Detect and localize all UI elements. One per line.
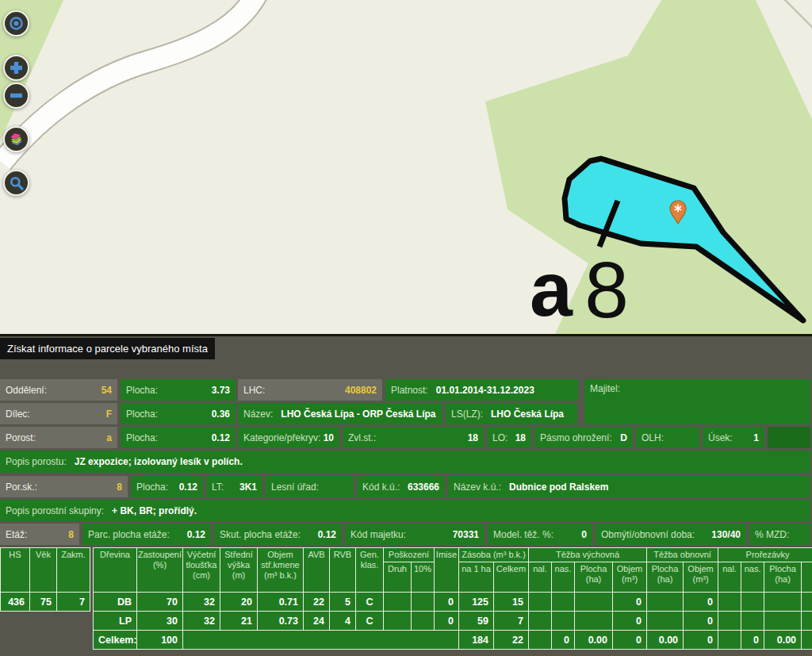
cell-objem-kmene: 0.73 [258, 612, 304, 631]
forestry-table: Dřevina Zastoupení (%) Výčetní tloušťka … [93, 547, 812, 650]
cell-zakm: 7 [57, 593, 90, 612]
colgroup-prorezavky: Prořezávky [718, 548, 812, 562]
col-nal-pror: nal. [718, 562, 741, 593]
cell-merged [183, 631, 459, 650]
col-objem-kmene: Objem stř.kmene (m³ b.k.) [258, 548, 304, 593]
parcel-info-panel: Získat informace o parcele vybraného mís… [0, 334, 812, 656]
field-por-sk: Por.sk.:8 [0, 476, 128, 497]
col-plocha-vych: Plocha (ha) [575, 562, 613, 593]
cell-objem-kmene: 0.71 [258, 593, 304, 612]
field-porost: Porost:a [0, 427, 117, 448]
cell-rvb: 5 [330, 593, 356, 612]
cell-na-1-ha-total: 184 [459, 631, 494, 650]
cell-nas-vych [552, 593, 575, 612]
col-gen-klas: Gen. klas. [356, 548, 384, 593]
layers-button[interactable] [3, 126, 29, 152]
field-obmyti: Obmýtí/obnovní doba:130/40 [596, 524, 746, 545]
col-nal-vych: nal. [529, 562, 552, 593]
field-olh: OLH: [636, 427, 699, 448]
field-lt: LT:3K1 [206, 476, 262, 497]
col-plocha-obn: Plocha (ha) [647, 562, 684, 593]
cell-zastoupeni: 70 [137, 593, 183, 612]
field-lhc: LHC:408802 [238, 379, 382, 401]
col-vycetni-tloustka: Výčetní tloušťka (cm) [183, 548, 220, 593]
cell-nas-pror [741, 612, 764, 631]
info-row-popis-porostu: Popis porostu:JZ expozice; izolovaný les… [0, 451, 812, 473]
col-avb: AVB [304, 548, 330, 593]
cell-plocha-obn [647, 593, 684, 612]
locate-button[interactable] [3, 10, 29, 36]
colgroup-zasoba: Zásoba (m³ b.k.) [459, 548, 529, 562]
cell-nal-vych [529, 612, 552, 631]
cell-stredni: 20 [220, 593, 258, 612]
stand-summary-table: HS Věk Zakm. 436 75 7 [0, 547, 90, 612]
col-objem-vych: Objem (m³) [613, 562, 647, 593]
cell-nas-vych [552, 612, 575, 631]
field-lo: LO:18 [487, 427, 531, 448]
info-row-popis-skupiny: Popis porostní skupiny:+ BK, BR; prořídl… [0, 500, 812, 521]
cell-avb: 24 [304, 612, 330, 631]
col-objem-obn: Objem (m³) [684, 562, 718, 593]
app-window: a 8 [0, 0, 812, 656]
cell-stredni: 21 [220, 612, 258, 631]
field-nazev-ku: Název k.ú.:Dubnice pod Ralskem [448, 476, 810, 497]
cell-gen-klas: C [356, 593, 384, 612]
col-imise: Imise [435, 548, 459, 593]
field-etaz: Etáž:8 [0, 524, 79, 545]
cell-na-1-ha: 59 [459, 612, 494, 631]
field-plocha-oddeleni: Plocha:3.73 [121, 379, 236, 401]
field-plocha-por-sk: Plocha:0.12 [131, 476, 203, 497]
cell-objem-vych-total: 0 [613, 631, 647, 650]
info-row-porost: Porost:a Plocha:0.12 Kategorie/překryv:1… [0, 427, 812, 448]
cell-plocha-vych-total: 0.00 [575, 631, 613, 650]
cell-nas-pror [741, 593, 764, 612]
field-plocha-dilec: Plocha:0.36 [121, 403, 236, 424]
field-kod-majetku: Kód majetku:70331 [345, 524, 485, 545]
cell-gen-klas: C [356, 612, 384, 631]
colgroup-tezba-obnovni: Těžba obnovní [647, 548, 718, 562]
field-kod-ku: Kód k.ú.:633666 [357, 476, 445, 497]
layers-icon [7, 130, 25, 148]
col-hs: HS [1, 548, 30, 593]
col-druh: Druh [384, 562, 412, 593]
search-button[interactable] [3, 170, 29, 196]
field-skut-plocha-etaze: Skut. plocha etáže:0.12 [214, 524, 342, 545]
cell-drevina: LP [94, 612, 137, 631]
cell-plocha-vych [575, 593, 613, 612]
field-oddeleni: Oddělení:54 [0, 379, 117, 401]
cell-plocha-vych [575, 612, 613, 631]
zoom-out-button[interactable] [3, 82, 29, 109]
col-stredni-vyska: Střední výška (m) [220, 548, 258, 593]
cell-total-label: Celkem: [94, 631, 137, 650]
zoom-in-button[interactable] [3, 55, 29, 81]
cell-vek: 75 [30, 593, 57, 612]
cell-objem-vych: 0 [613, 593, 647, 612]
search-icon [9, 175, 25, 191]
cell-celkem: 15 [494, 593, 529, 612]
parcel-label-letter: a [530, 246, 573, 332]
field-lesni-urad: Lesní úřad: [266, 476, 354, 497]
col-drevina: Dřevina [94, 548, 137, 593]
info-banner: Získat informace o parcele vybraného mís… [0, 338, 215, 359]
species-row-db: DB 70 32 20 0.71 22 5 C 0 125 15 0 0 [94, 593, 812, 612]
cell-plocha-obn [647, 612, 684, 631]
map-graphics: a 8 [0, 0, 812, 334]
cell-avb: 22 [304, 593, 330, 612]
colgroup-poskozeni: Poškození [384, 548, 435, 562]
cell-objem-obn-total: 0 [684, 631, 718, 650]
field-plocha-porost: Plocha:0.12 [121, 427, 236, 448]
field-kategorie: Kategorie/překryv:10 [238, 427, 339, 448]
col-vek: Věk [30, 548, 57, 593]
minus-icon [9, 88, 24, 103]
info-row-etaz: Etáž:8 Parc. plocha etáže:0.12 Skut. plo… [0, 524, 812, 545]
cell-10pct [412, 593, 435, 612]
cell-vycetni: 32 [183, 593, 220, 612]
species-row-lp: LP 30 32 21 0.73 24 4 C 0 59 7 0 0 [94, 612, 812, 631]
col-celkem: Celkem [494, 562, 529, 593]
field-usek: Úsek:1 [703, 427, 764, 448]
map-canvas[interactable]: a 8 [0, 0, 812, 334]
cell-vycetni: 32 [183, 612, 220, 631]
cell-nas-vych-total: 0 [552, 631, 575, 650]
cell-plocha-pror [764, 612, 802, 631]
cell-plocha-pror-total: 0.00 [764, 631, 802, 650]
